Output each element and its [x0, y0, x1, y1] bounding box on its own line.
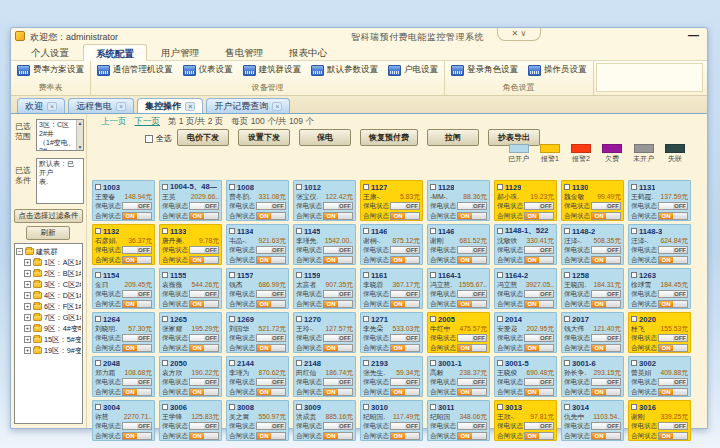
meter-card-3002[interactable]: 3002曾英娟409.88元保电状态OFF合闸状态ON — [628, 356, 691, 397]
supply-off-toggle[interactable]: OFF — [390, 290, 420, 298]
supply-off-toggle[interactable]: OFF — [323, 422, 353, 430]
switch-on-toggle[interactable]: ON — [457, 344, 487, 352]
switch-on-toggle[interactable]: ON — [524, 256, 554, 264]
switch-on-toggle[interactable]: ON — [189, 300, 219, 308]
switch-on-toggle[interactable]: ON — [323, 344, 353, 352]
supply-off-toggle[interactable]: OFF — [457, 422, 487, 430]
switch-on-toggle[interactable]: ON — [256, 432, 286, 440]
switch-on-toggle[interactable]: ON — [390, 212, 420, 220]
supply-off-toggle[interactable]: OFF — [189, 290, 219, 298]
supply-off-toggle[interactable]: OFF — [658, 334, 688, 342]
switch-on-toggle[interactable]: ON — [591, 432, 621, 440]
switch-on-toggle[interactable]: ON — [189, 256, 219, 264]
card-checkbox[interactable] — [229, 228, 235, 234]
switch-on-toggle[interactable]: ON — [323, 212, 353, 220]
switch-on-toggle[interactable]: ON — [256, 344, 286, 352]
supply-off-toggle[interactable]: OFF — [457, 334, 487, 342]
meter-card-1130[interactable]: 1130魏金敏99.49元保电状态OFF合闸状态ON — [561, 180, 624, 221]
switch-on-toggle[interactable]: ON — [122, 344, 152, 352]
supply-off-toggle[interactable]: OFF — [256, 246, 286, 254]
meter-card-1164-2[interactable]: 1164-2冯立慧3927.05..保电状态OFF合闸状态ON — [494, 268, 557, 309]
card-checkbox[interactable] — [229, 316, 235, 322]
switch-on-toggle[interactable]: ON — [256, 212, 286, 220]
switch-on-toggle[interactable]: ON — [323, 300, 353, 308]
tree-item[interactable]: +6区：F区1#井（1区 — [16, 301, 81, 312]
expand-icon[interactable]: + — [24, 270, 31, 277]
card-checkbox[interactable] — [95, 404, 101, 410]
supply-off-toggle[interactable]: OFF — [256, 334, 286, 342]
card-checkbox[interactable] — [296, 228, 302, 234]
supply-off-toggle[interactable]: OFF — [591, 422, 621, 430]
supply-off-toggle[interactable]: OFF — [591, 202, 621, 210]
meter-card-1012[interactable]: 1012张宝仪.122.42元保电状态OFF合闸状态ON — [293, 180, 356, 221]
tree-root[interactable]: −建筑群 — [16, 246, 81, 257]
card-checkbox[interactable] — [95, 184, 101, 190]
doc-tab-集控操作[interactable]: 集控操作× — [137, 98, 203, 113]
supply-off-toggle[interactable]: OFF — [189, 334, 219, 342]
meter-card-3011[interactable]: 3011纪昭国348.06元保电状态OFF合闸状态ON — [427, 400, 490, 441]
meter-card-3016[interactable]: 3016谢刚339.25元保电状态OFF合闸状态ON — [628, 400, 691, 441]
card-checkbox[interactable] — [631, 184, 637, 190]
card-checkbox[interactable] — [564, 184, 570, 190]
card-checkbox[interactable] — [631, 316, 637, 322]
card-checkbox[interactable] — [430, 316, 436, 322]
collapse-icon[interactable]: − — [16, 248, 23, 255]
card-checkbox[interactable] — [162, 360, 168, 366]
switch-on-toggle[interactable]: ON — [122, 300, 152, 308]
ribbon-button[interactable]: 默认参数设置 — [309, 63, 380, 77]
meter-card-1146[interactable]: 1146谢刚681.52元保电状态OFF合闸状态ON — [427, 224, 490, 265]
switch-on-toggle[interactable]: ON — [323, 432, 353, 440]
prev-page-link[interactable]: 上一页 — [101, 116, 127, 128]
meter-card-3001-6[interactable]: 3001-6孙长争.293.15元保电状态OFF合闸状态ON — [561, 356, 624, 397]
switch-on-toggle[interactable]: ON — [122, 388, 152, 396]
tree-item[interactable]: +4区：D区1#井（1区 — [16, 290, 81, 301]
toolbar-button-设置下发[interactable]: 设置下发 — [238, 129, 290, 146]
card-checkbox[interactable] — [430, 360, 436, 366]
ribbon-button[interactable]: 登录角色设置 — [449, 63, 520, 77]
supply-off-toggle[interactable]: OFF — [323, 290, 353, 298]
switch-on-toggle[interactable]: ON — [390, 388, 420, 396]
card-checkbox[interactable] — [497, 316, 503, 322]
switch-on-toggle[interactable]: ON — [658, 344, 688, 352]
supply-off-toggle[interactable]: OFF — [591, 290, 621, 298]
expand-icon[interactable]: + — [24, 336, 31, 343]
meter-card-3001-5[interactable]: 3001-5王晓俊690.48元保电状态OFF合闸状态ON — [494, 356, 557, 397]
meter-card-2193[interactable]: 2193张先生.59.34元保电状态OFF合闸状态ON — [360, 356, 423, 397]
ribbon-button[interactable]: 仪表设置 — [181, 63, 235, 77]
card-checkbox[interactable] — [564, 228, 570, 234]
minimize-button[interactable]: — — [688, 29, 699, 41]
supply-off-toggle[interactable]: OFF — [122, 422, 152, 430]
card-checkbox[interactable] — [363, 316, 369, 322]
toolbar-button-恢复预付费[interactable]: 恢复预付费 — [360, 129, 418, 146]
meter-card-1263[interactable]: 1263徐球雪184.45元保电状态OFF合闸状态ON — [628, 268, 691, 309]
switch-on-toggle[interactable]: ON — [658, 256, 688, 264]
meter-card-1148-1、522[interactable]: 1148-1、522沈敏铁330.41元保电状态OFF合闸状态ON — [494, 224, 557, 265]
supply-off-toggle[interactable]: OFF — [524, 290, 554, 298]
supply-off-toggle[interactable]: OFF — [658, 246, 688, 254]
meter-card-1003[interactable]: 1003王爱春148.94元保电状态OFF合闸状态ON — [92, 180, 155, 221]
meter-card-1133[interactable]: 1133唐丹美.9.78元保电状态OFF合闸状态ON — [159, 224, 222, 265]
expand-icon[interactable]: + — [24, 303, 31, 310]
meter-card-2014[interactable]: 2014安爱花202.95元保电状态OFF合闸状态ON — [494, 312, 557, 353]
meter-card-3010[interactable]: 3010纪昭国.117.49元保电状态OFF合闸状态ON — [360, 400, 423, 441]
supply-off-toggle[interactable]: OFF — [189, 378, 219, 386]
meter-card-3008[interactable]: 3008吴之翼550.97元保电状态OFF合闸状态ON — [226, 400, 289, 441]
meter-card-1265[interactable]: 1265张家耀195.29元保电状态OFF合闸状态ON — [159, 312, 222, 353]
card-checkbox[interactable] — [564, 316, 570, 322]
meter-card-3013[interactable]: 3013王欣-.97.81元保电状态OFF合闸状态ON — [494, 400, 557, 441]
switch-on-toggle[interactable]: ON — [591, 344, 621, 352]
supply-off-toggle[interactable]: OFF — [256, 378, 286, 386]
card-checkbox[interactable] — [363, 228, 369, 234]
supply-off-toggle[interactable]: OFF — [122, 246, 152, 254]
supply-off-toggle[interactable]: OFF — [524, 334, 554, 342]
meter-card-1146[interactable]: 1146谢桐-.875.12元保电状态OFF合闸状态ON — [360, 224, 423, 265]
card-checkbox[interactable] — [363, 360, 369, 366]
card-checkbox[interactable] — [162, 316, 168, 322]
ribbon-tab-售电管理[interactable]: 售电管理 — [213, 44, 275, 61]
ribbon-tab-系统配置[interactable]: 系统配置 — [83, 44, 147, 61]
switch-on-toggle[interactable]: ON — [457, 256, 487, 264]
expand-icon[interactable]: + — [24, 325, 31, 332]
meter-card-1128[interactable]: 1128-MM-.88.36元保电状态OFF合闸状态ON — [427, 180, 490, 221]
expand-icon[interactable]: + — [24, 259, 31, 266]
ribbon-button[interactable]: 户电设置 — [386, 63, 440, 77]
